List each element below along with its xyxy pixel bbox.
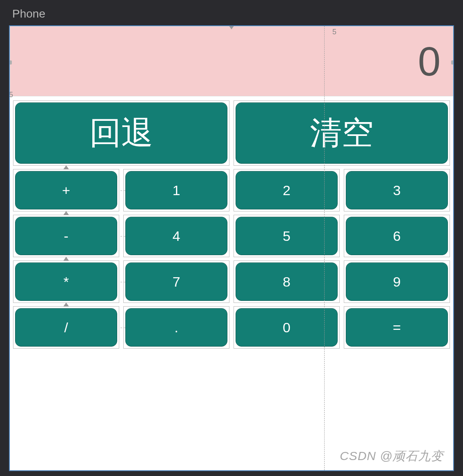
- button-cell: 1: [123, 169, 229, 211]
- digit-2-button[interactable]: 2: [236, 171, 338, 209]
- clear-button[interactable]: 清空: [236, 102, 448, 164]
- button-cell: 0: [234, 306, 340, 349]
- button-cell: 2: [234, 169, 340, 211]
- button-cell: 6: [344, 215, 450, 257]
- digit-8-button[interactable]: 8: [236, 262, 338, 301]
- button-cell: .: [123, 306, 229, 349]
- keypad-row: - 4 5 6: [13, 213, 450, 259]
- button-cell: 5: [234, 215, 340, 257]
- digit-4-button[interactable]: 4: [125, 217, 227, 255]
- button-cell: 8: [234, 260, 340, 303]
- watermark-text: CSDN @顽石九变: [340, 448, 443, 465]
- keypad-row: / . 0 =: [13, 305, 450, 350]
- divide-button[interactable]: /: [15, 308, 117, 347]
- window-title: Phone: [0, 0, 463, 28]
- keypad-row: * 7 8 9: [13, 259, 450, 305]
- keypad: 回退 清空 + 1 2 3 -: [10, 96, 453, 353]
- control-row: 回退 清空: [13, 99, 450, 167]
- button-cell: *: [13, 260, 119, 303]
- keypad-row: + 1 2 3: [13, 167, 450, 213]
- back-button[interactable]: 回退: [15, 102, 227, 164]
- digit-6-button[interactable]: 6: [346, 217, 448, 255]
- button-cell: 7: [123, 260, 229, 303]
- button-cell: +: [13, 169, 119, 211]
- minus-button[interactable]: -: [15, 217, 117, 255]
- display-value: 0: [418, 38, 441, 85]
- digit-5-button[interactable]: 5: [236, 217, 338, 255]
- button-cell: 3: [344, 169, 450, 211]
- digit-3-button[interactable]: 3: [346, 171, 448, 209]
- digit-7-button[interactable]: 7: [125, 262, 227, 301]
- button-cell: 4: [123, 215, 229, 257]
- plus-button[interactable]: +: [15, 171, 117, 209]
- multiply-button[interactable]: *: [15, 262, 117, 301]
- digit-9-button[interactable]: 9: [346, 262, 448, 301]
- equals-button[interactable]: =: [346, 308, 448, 347]
- decimal-button[interactable]: .: [125, 308, 227, 347]
- digit-0-button[interactable]: 0: [236, 308, 338, 347]
- button-cell: /: [13, 306, 119, 349]
- digit-1-button[interactable]: 1: [125, 171, 227, 209]
- button-cell: 回退: [13, 100, 229, 166]
- button-cell: 9: [344, 260, 450, 303]
- calculator-display: 0: [10, 26, 453, 96]
- button-cell: -: [13, 215, 119, 257]
- phone-preview-frame: 5 5 0 回退 清空 + 1 2: [9, 25, 454, 471]
- button-cell: 清空: [234, 100, 450, 166]
- button-cell: =: [344, 306, 450, 349]
